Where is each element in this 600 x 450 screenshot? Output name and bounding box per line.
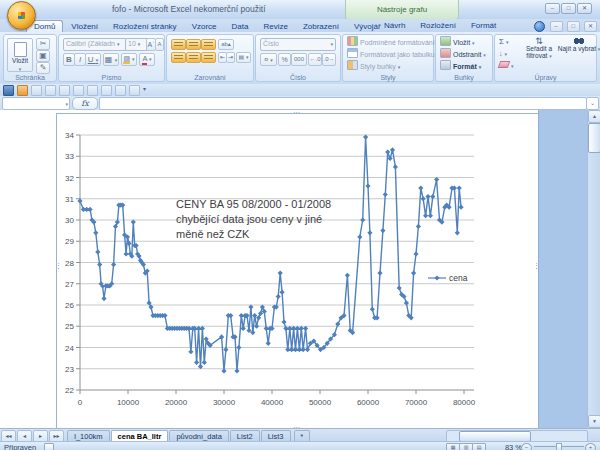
accounting-format-icon[interactable]: ¤ ▾ — [260, 53, 277, 66]
group-font: Calibri (Základn ▾ 10 ▾ Aʾ A B I U ▾ ▦ ▾… — [58, 34, 165, 82]
y-tick-label: 24 — [65, 344, 74, 353]
group-cells: Vložit ▾ Odstranit ▾ Formát ▾ Buňky — [435, 34, 493, 82]
borders-icon[interactable]: ▦ ▾ — [103, 53, 119, 66]
copy-icon[interactable]: ▣ — [36, 50, 50, 62]
format-painter-icon[interactable]: ✎ — [36, 62, 50, 74]
close-button[interactable]: ✕ — [577, 3, 592, 14]
macro-record-icon[interactable] — [44, 443, 54, 450]
office-button[interactable] — [7, 1, 36, 30]
cell-styles-button[interactable]: Styly buňky ▾ — [347, 60, 400, 72]
workbook-close-button[interactable]: ✕ — [584, 21, 597, 32]
minimize-button[interactable]: – — [545, 3, 560, 14]
font-name-select[interactable]: Calibri (Základn ▾ — [63, 38, 127, 51]
align-top-button[interactable] — [171, 39, 186, 50]
increase-decimal-icon[interactable]: ←.0 — [308, 53, 322, 66]
group-editing: Σ ▾ ↓ ▾ ▾ ⇅Seřadit a filtrovat ▾ Najít a… — [494, 34, 597, 82]
percent-style-icon[interactable]: % — [278, 53, 291, 66]
paste-button[interactable]: Vložit ▾ — [7, 38, 33, 72]
orientation-icon[interactable]: ab▴ — [218, 39, 234, 50]
zoom-slider-thumb[interactable] — [556, 443, 562, 450]
chart-canvas: 2223242526272829303132333401000020000300… — [57, 114, 536, 426]
decrease-decimal-icon[interactable]: .0→ — [322, 53, 336, 66]
align-middle-button[interactable] — [186, 39, 201, 50]
shrink-font-icon[interactable]: A — [155, 38, 164, 51]
redo-icon[interactable] — [31, 85, 42, 96]
align-left-button[interactable] — [171, 52, 186, 63]
contextual-tab-rozložení[interactable]: Rozložení — [413, 20, 463, 32]
x-tick-label: 50000 — [309, 398, 332, 407]
find-select-button[interactable]: Najít a vybrat ▾ — [557, 38, 600, 53]
delete-cells-button[interactable]: Odstranit ▾ — [440, 48, 486, 60]
conditional-formatting-button[interactable]: Podmíněné formátování ▾ — [347, 36, 439, 48]
fill-color-icon[interactable]: ▨ ▾ — [121, 53, 137, 66]
merge-center-icon[interactable]: ▤ ▾ — [236, 52, 251, 63]
table-icon[interactable] — [129, 85, 140, 96]
x-tick-label: 40000 — [261, 398, 284, 407]
format-cells-button[interactable]: Formát ▾ — [440, 60, 481, 72]
undo-icon[interactable] — [17, 85, 28, 96]
workbook-minimize-button[interactable]: – — [550, 21, 563, 32]
contextual-tab-návrh[interactable]: Návrh — [377, 20, 412, 32]
clipboard-icon — [14, 42, 27, 57]
align-bottom-button[interactable] — [201, 39, 216, 50]
y-tick-label: 29 — [65, 237, 74, 246]
status-bar: Připraven ▦ ▥ ▤ 83 % − + — [0, 441, 600, 450]
contextual-tab-formát[interactable]: Formát — [464, 20, 503, 32]
sort-filter-button[interactable]: ⇅Seřadit a filtrovat ▾ — [517, 38, 561, 60]
chart-handle-top[interactable]: ⋯ — [293, 111, 300, 115]
insert-cells-button[interactable]: Vložit ▾ — [440, 36, 475, 48]
workbook-window-buttons: – □ ✕ — [534, 21, 597, 32]
align-center-button[interactable] — [186, 52, 201, 63]
workbook-restore-button[interactable]: □ — [567, 21, 580, 32]
y-tick-label: 26 — [65, 301, 74, 310]
x-tick-label: 0 — [78, 398, 83, 407]
view-normal-button[interactable]: ▦ — [446, 443, 460, 450]
maximize-button[interactable]: □ — [561, 3, 576, 14]
cut-icon[interactable]: ✂ — [36, 38, 50, 50]
y-tick-label: 32 — [65, 174, 74, 183]
insert-cells-icon — [440, 36, 451, 46]
paste-special-icon[interactable] — [87, 85, 98, 96]
chart-annotation: měně než CZK — [176, 228, 250, 240]
customize-icon[interactable]: ▾ — [143, 86, 146, 92]
print-icon[interactable] — [45, 85, 56, 96]
zoom-in-button[interactable]: + — [585, 443, 596, 450]
number-format-select[interactable]: Číslo ▾ — [260, 38, 336, 51]
font-color-icon[interactable]: A ▾ — [139, 53, 155, 66]
chart-annotation: CENY BA 95 08/2000 - 01/2008 — [176, 198, 331, 210]
view-page-layout-button[interactable]: ▥ — [459, 443, 473, 450]
sort-icon[interactable] — [101, 85, 112, 96]
format-as-table-button[interactable]: Formátovat jako tabulku ▾ — [347, 48, 439, 60]
insert-function-button[interactable]: fx — [72, 97, 98, 110]
fill-button[interactable]: ↓ ▾ — [499, 48, 507, 60]
view-page-break-button[interactable]: ▤ — [472, 443, 486, 450]
align-right-button[interactable] — [201, 52, 216, 63]
name-box[interactable]: ▾ — [2, 97, 70, 110]
group-clipboard: Vložit ▾ ✂ ▣ ✎ Schránka — [3, 34, 57, 82]
zoom-out-button[interactable]: − — [521, 443, 532, 450]
autosum-button[interactable]: Σ ▾ — [499, 36, 508, 48]
y-tick-label: 27 — [65, 280, 74, 289]
chart-handle-left[interactable]: ⋮ — [55, 264, 62, 268]
y-tick-label: 33 — [65, 152, 74, 161]
window-title: fofo - Microsoft Excel nekomerční použit… — [112, 4, 266, 14]
print-preview-icon[interactable] — [59, 85, 70, 96]
price-chart[interactable]: 2223242526272829303132333401000020000300… — [56, 113, 539, 429]
comma-style-icon[interactable]: 000 — [291, 53, 307, 66]
help-icon[interactable] — [534, 21, 545, 32]
clear-button[interactable]: ▾ — [499, 60, 513, 72]
formula-input[interactable] — [99, 97, 587, 110]
y-tick-label: 30 — [65, 216, 74, 225]
vertical-scroll-thumb[interactable] — [588, 123, 600, 153]
formula-bar-expand-icon[interactable]: ⌄ — [586, 97, 599, 110]
increase-indent-icon[interactable]: ⇥ — [226, 52, 235, 63]
scroll-up-icon[interactable]: ▲ — [588, 110, 600, 123]
chart-icon[interactable] — [115, 85, 126, 96]
underline-button[interactable]: U ▾ — [85, 53, 101, 66]
x-tick-label: 10000 — [117, 398, 140, 407]
scroll-down-icon[interactable]: ▼ — [588, 415, 600, 428]
vertical-scrollbar[interactable]: ▲ ▼ — [587, 110, 600, 428]
name-box-dropdown-icon[interactable]: ▾ — [65, 101, 68, 107]
save-icon[interactable] — [3, 85, 14, 96]
spelling-icon[interactable] — [73, 85, 84, 96]
